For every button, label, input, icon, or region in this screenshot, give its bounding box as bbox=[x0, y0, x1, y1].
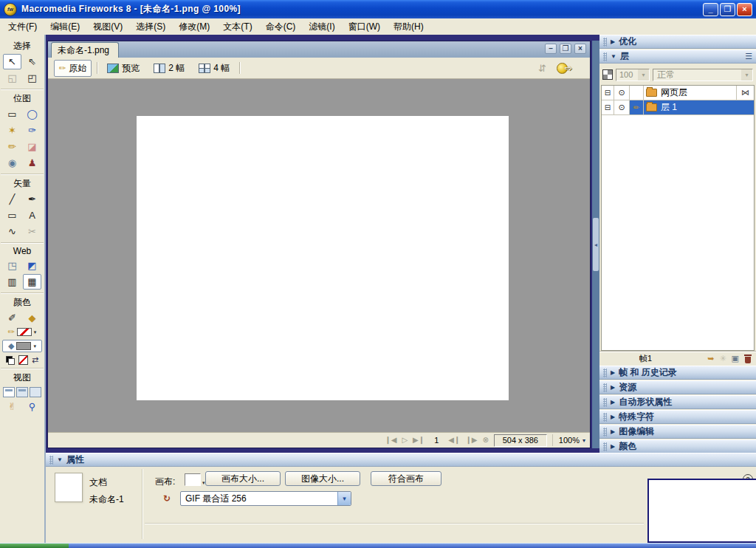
doc-close-button[interactable]: × bbox=[574, 44, 586, 54]
panel-grip-icon bbox=[603, 442, 607, 451]
doc-minimize-button[interactable]: – bbox=[545, 44, 557, 54]
image-size-button[interactable]: 图像大小... bbox=[285, 471, 360, 486]
export-format-dropdown[interactable]: GIF 最合适 256 ▾ bbox=[180, 491, 351, 506]
page-up-down-icon[interactable]: ⇵ bbox=[538, 63, 546, 74]
web-layer-visibility-toggle[interactable]: ⊙ bbox=[614, 86, 630, 100]
quick-export-button[interactable]: ⇨ bbox=[557, 63, 572, 74]
hide-slices-button[interactable]: ▥ bbox=[3, 274, 21, 290]
menu-item-view[interactable]: 视图(V) bbox=[86, 18, 129, 35]
zoom-tool[interactable]: ⚲ bbox=[23, 399, 41, 414]
pointer-tool[interactable]: ↖ bbox=[3, 54, 21, 69]
layer-opacity-field[interactable]: 100 ▾ bbox=[616, 69, 650, 81]
rubber-stamp-tool[interactable]: ♟ bbox=[23, 155, 41, 171]
menu-item-file[interactable]: 文件(F) bbox=[1, 18, 44, 35]
layer-1-visibility-toggle[interactable]: ⊙ bbox=[614, 100, 630, 114]
knife-tool[interactable]: ✂ bbox=[23, 224, 41, 239]
fill-color-well[interactable] bbox=[16, 342, 31, 350]
menu-item-modify[interactable]: 修改(M) bbox=[172, 18, 216, 35]
select-behind-tool[interactable]: ◱ bbox=[3, 70, 21, 86]
expanded-arrow-icon: ▼ bbox=[57, 456, 63, 463]
gif-animation-icon: ↻ bbox=[163, 493, 171, 504]
four-up-view-button[interactable]: 4 幅 bbox=[194, 61, 234, 76]
menu-item-text[interactable]: 文本(T) bbox=[216, 18, 258, 35]
doc-restore-button[interactable]: ❐ bbox=[560, 44, 571, 54]
menu-item-help[interactable]: 帮助(H) bbox=[387, 18, 430, 35]
blend-mode-dropdown[interactable]: 正常 ▾ bbox=[653, 69, 753, 81]
text-tool[interactable]: A bbox=[23, 208, 41, 223]
crop-tool[interactable]: ◰ bbox=[23, 70, 41, 86]
subselection-tool[interactable]: ⇖ bbox=[23, 54, 41, 69]
eyedropper-tool[interactable]: ✐ bbox=[3, 310, 21, 326]
freeform-tool[interactable]: ∿ bbox=[3, 224, 21, 239]
expand-layer-icon[interactable]: ⊟ bbox=[602, 86, 614, 100]
menu-item-window[interactable]: 窗口(W) bbox=[342, 18, 387, 35]
panel-header-auto-shape[interactable]: ▶ 自动形状属性 bbox=[599, 395, 756, 409]
slice-tool[interactable]: ◩ bbox=[23, 258, 41, 273]
restore-button[interactable]: ❐ bbox=[720, 3, 735, 16]
fullscreen-mode-button[interactable] bbox=[30, 387, 41, 397]
panel-header-colors[interactable]: ▶ 颜色 bbox=[599, 439, 756, 453]
zoom-level-dropdown[interactable]: 100% ▾ bbox=[552, 434, 585, 446]
menu-item-commands[interactable]: 命令(C) bbox=[259, 18, 303, 35]
web-layer-row[interactable]: ⊟ ⊙ 网页层 ⋈ bbox=[602, 86, 754, 100]
hotspot-tool[interactable]: ◳ bbox=[3, 258, 21, 273]
line-tool[interactable]: ╱ bbox=[3, 191, 21, 207]
hand-tool[interactable]: ✌ bbox=[3, 399, 21, 414]
no-stroke-fill-button[interactable] bbox=[18, 355, 28, 365]
minimize-button[interactable]: _ bbox=[703, 3, 718, 16]
layer-1-item[interactable]: 层 1 bbox=[644, 100, 754, 114]
fit-canvas-button[interactable]: 符合画布 bbox=[371, 471, 441, 486]
panel-header-properties[interactable]: ▼ 属性 bbox=[46, 453, 756, 467]
two-up-view-button[interactable]: 2 幅 bbox=[149, 61, 189, 76]
close-button[interactable]: × bbox=[737, 3, 752, 16]
expand-layer-icon[interactable]: ⊟ bbox=[602, 100, 614, 114]
canvas-size-button[interactable]: 画布大小... bbox=[205, 471, 281, 486]
standard-screen-mode-button[interactable] bbox=[3, 387, 15, 397]
splitter-collapse-handle[interactable]: ◂ bbox=[593, 218, 599, 271]
pen-tool[interactable]: ✒ bbox=[23, 191, 41, 207]
document-view-toolbar: ✏ 原始 预览 2 幅 4 幅 ⇵ bbox=[48, 58, 590, 79]
brush-tool[interactable]: ✑ bbox=[23, 123, 41, 138]
pencil-tool[interactable]: ✏ bbox=[3, 139, 21, 154]
distribute-to-frames-icon[interactable]: ➥ bbox=[707, 355, 714, 363]
first-frame-button[interactable]: ❙◀ bbox=[385, 436, 396, 444]
menu-item-edit[interactable]: 编辑(E) bbox=[44, 18, 86, 35]
last-frame-button[interactable]: ▶❙ bbox=[413, 436, 425, 444]
panel-header-special-characters[interactable]: ▶ 特殊字符 bbox=[599, 410, 756, 424]
play-button[interactable]: ▷ bbox=[402, 436, 408, 444]
marquee-tool[interactable]: ▭ bbox=[3, 106, 21, 122]
loop-playback-button[interactable]: ⊗ bbox=[482, 436, 488, 444]
magic-wand-tool[interactable]: ✶ bbox=[3, 123, 21, 138]
previous-frame-button[interactable]: ◀❙ bbox=[448, 436, 460, 444]
new-bitmap-image-button[interactable]: ▣ bbox=[732, 355, 739, 363]
stroke-color-well[interactable] bbox=[17, 328, 32, 336]
default-colors-button[interactable] bbox=[6, 356, 15, 365]
preview-view-button[interactable]: 预览 bbox=[103, 61, 144, 76]
blur-tool[interactable]: ◉ bbox=[3, 155, 21, 171]
layers-options-menu-icon[interactable]: ☰ bbox=[745, 52, 752, 61]
document-canvas[interactable] bbox=[137, 116, 509, 400]
canvas-color-swatch[interactable] bbox=[185, 473, 201, 486]
delete-layer-button[interactable] bbox=[744, 355, 752, 363]
panel-header-frames-history[interactable]: ▶ 帧 和 历史记录 bbox=[599, 366, 756, 380]
swap-colors-button[interactable]: ⇄ bbox=[32, 355, 38, 365]
fullscreen-with-menus-mode-button[interactable] bbox=[16, 387, 28, 397]
panel-header-layers[interactable]: ▼ 层 ☰ bbox=[599, 49, 756, 64]
panel-header-assets[interactable]: ▶ 资源 bbox=[599, 380, 756, 394]
panel-header-optimize[interactable]: ▶ 优化 bbox=[599, 35, 756, 49]
layer-1-row[interactable]: ⊟ ⊙ ✏ 层 1 bbox=[602, 100, 754, 115]
document-tab[interactable]: 未命名-1.png bbox=[51, 42, 119, 58]
web-layer-name: 网页层 bbox=[661, 86, 687, 99]
lasso-tool[interactable]: ◯ bbox=[23, 106, 41, 122]
rectangle-tool[interactable]: ▭ bbox=[3, 208, 21, 223]
original-view-button[interactable]: ✏ 原始 bbox=[54, 60, 92, 77]
menu-item-filters[interactable]: 滤镜(I) bbox=[302, 18, 341, 35]
next-frame-button[interactable]: ❙▶ bbox=[465, 436, 477, 444]
paint-bucket-tool[interactable]: ◆ bbox=[23, 310, 41, 326]
menu-item-select[interactable]: 选择(S) bbox=[129, 18, 172, 35]
eraser-tool[interactable]: ◪ bbox=[23, 139, 41, 154]
panel-splitter[interactable]: ◂ bbox=[592, 41, 599, 448]
panel-header-image-editing[interactable]: ▶ 图像编辑 bbox=[599, 425, 756, 439]
show-slices-button[interactable]: ▦ bbox=[23, 274, 41, 290]
web-layer-item[interactable]: 网页层 bbox=[644, 86, 736, 100]
